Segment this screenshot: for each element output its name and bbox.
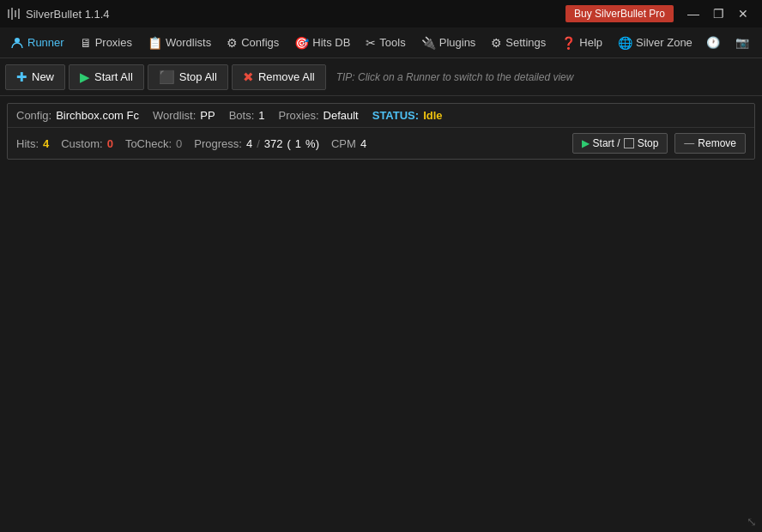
wordlists-icon: 📋	[148, 36, 162, 50]
custom-value: 0	[107, 137, 113, 150]
wordlist-field: Wordlist: PP	[153, 109, 215, 122]
titlebar-icon	[7, 7, 21, 21]
nav-proxies-label: Proxies	[95, 36, 132, 49]
settings-icon: ⚙	[491, 36, 502, 50]
tip-text: TIP: Click on a Runner to switch to the …	[336, 71, 574, 83]
stop-all-icon: ⬛	[159, 70, 175, 85]
runner-icon	[10, 36, 24, 50]
nav-configs[interactable]: ⚙ Configs	[220, 33, 286, 53]
new-label: New	[32, 70, 54, 83]
toolbar: ✚ New ▶ Start All ⬛ Stop All ✖ Remove Al…	[0, 58, 762, 96]
runner-card: Config: Birchbox.com Fc Wordlist: PP Bot…	[7, 103, 755, 160]
bots-label: Bots:	[229, 109, 255, 122]
titlebar: SilverBullet 1.1.4 Buy SilverBullet Pro …	[0, 0, 762, 27]
svg-point-4	[15, 38, 20, 43]
progress-pct: 1	[295, 137, 301, 150]
hits-stat: Hits: 4	[16, 137, 49, 150]
status-field: STATUS: Idle	[372, 109, 443, 122]
remove-all-icon: ✖	[243, 70, 254, 85]
nav-settings-label: Settings	[505, 36, 546, 49]
wordlist-value: PP	[200, 109, 215, 122]
runner-actions: ▶ Start / Stop — Remove	[572, 133, 746, 154]
proxies-icon: 🖥	[80, 36, 92, 50]
remove-all-label: Remove All	[258, 70, 315, 83]
configs-icon: ⚙	[227, 36, 238, 50]
runner-remove-button[interactable]: — Remove	[674, 133, 746, 154]
progress-slash: /	[257, 137, 260, 150]
nav-tools-label: Tools	[379, 36, 405, 49]
runner-stop-label: Stop	[638, 137, 659, 149]
nav-settings[interactable]: ⚙ Settings	[484, 33, 553, 53]
start-all-button[interactable]: ▶ Start All	[69, 64, 144, 90]
new-button[interactable]: ✚ New	[5, 64, 65, 90]
config-label: Config:	[16, 109, 51, 122]
runner-remove-label: Remove	[698, 137, 736, 149]
bots-value: 1	[258, 109, 264, 122]
svg-rect-1	[11, 8, 13, 20]
silverzone-icon: 🌐	[618, 36, 632, 50]
buy-pro-button[interactable]: Buy SilverBullet Pro	[565, 5, 674, 22]
hitsdb-icon: 🎯	[294, 36, 309, 50]
progress-pct-display: (	[287, 137, 291, 150]
cpm-stat: CPM 4	[331, 137, 366, 150]
start-all-label: Start All	[94, 70, 133, 83]
nav-runner[interactable]: Runner	[3, 33, 71, 53]
progress-total: 372	[264, 137, 283, 150]
progress-pct-sym: %)	[305, 137, 319, 150]
nav-silverzone[interactable]: 🌐 Silver Zone	[611, 33, 699, 53]
progress-current: 4	[246, 137, 252, 150]
navbar: Runner 🖥 Proxies 📋 Wordlists ⚙ Configs 🎯…	[0, 27, 762, 58]
history-icon-btn[interactable]: 🕐	[701, 33, 725, 52]
start-all-icon: ▶	[80, 70, 90, 85]
config-field: Config: Birchbox.com Fc	[16, 109, 139, 122]
runner-start-stop-button[interactable]: ▶ Start / Stop	[572, 133, 668, 154]
wordlist-label: Wordlist:	[153, 109, 196, 122]
nav-hitsdb-label: Hits DB	[312, 36, 350, 49]
runner-top-row: Config: Birchbox.com Fc Wordlist: PP Bot…	[8, 104, 754, 128]
config-value: Birchbox.com Fc	[56, 109, 139, 122]
hits-value: 4	[43, 137, 49, 150]
nav-help-label: Help	[579, 36, 602, 49]
nav-plugins[interactable]: 🔌 Plugins	[414, 33, 483, 53]
nav-wordlists[interactable]: 📋 Wordlists	[141, 33, 218, 53]
camera-icon-btn[interactable]: 📷	[730, 33, 754, 52]
proxies-field: Proxies: Default	[279, 109, 359, 122]
stop-all-button[interactable]: ⬛ Stop All	[148, 64, 228, 90]
nav-hitsdb[interactable]: 🎯 Hits DB	[287, 33, 357, 53]
close-button[interactable]: ✕	[731, 0, 755, 27]
runner-start-label: Start /	[593, 137, 620, 149]
progress-stat: Progress: 4 / 372 ( 1 %)	[194, 137, 319, 150]
runner-start-icon: ▶	[582, 137, 590, 149]
nav-silverzone-label: Silver Zone	[636, 36, 692, 49]
new-icon: ✚	[16, 70, 27, 85]
bots-field: Bots: 1	[229, 109, 265, 122]
help-icon: ❓	[561, 36, 576, 50]
remove-all-button[interactable]: ✖ Remove All	[232, 64, 326, 90]
proxies-value: Default	[324, 109, 359, 122]
hits-label: Hits:	[16, 137, 39, 150]
stop-all-label: Stop All	[179, 70, 217, 83]
main-content: Config: Birchbox.com Fc Wordlist: PP Bot…	[0, 96, 762, 166]
custom-stat: Custom: 0	[61, 137, 113, 150]
status-value: Idle	[423, 109, 442, 122]
svg-rect-3	[18, 9, 20, 19]
status-label: STATUS:	[372, 109, 419, 122]
nav-proxies[interactable]: 🖥 Proxies	[73, 33, 139, 53]
svg-rect-0	[8, 9, 9, 18]
tocheck-label: ToCheck:	[125, 137, 172, 150]
nav-tools[interactable]: ✂ Tools	[359, 33, 412, 53]
minimize-button[interactable]: —	[680, 0, 706, 27]
nav-wordlists-label: Wordlists	[166, 36, 211, 49]
maximize-button[interactable]: ❐	[706, 0, 731, 27]
nav-help[interactable]: ❓ Help	[554, 33, 609, 53]
nav-plugins-label: Plugins	[439, 36, 476, 49]
custom-label: Custom:	[61, 137, 102, 150]
resize-indicator: ⤡	[747, 515, 757, 529]
tocheck-stat: ToCheck: 0	[125, 137, 182, 150]
cpm-label: CPM	[331, 137, 356, 150]
progress-label: Progress:	[194, 137, 242, 150]
runner-stop-icon	[624, 138, 634, 148]
app-title: SilverBullet 1.1.4	[26, 8, 565, 21]
proxies-label: Proxies:	[279, 109, 319, 122]
cpm-value: 4	[360, 137, 366, 150]
